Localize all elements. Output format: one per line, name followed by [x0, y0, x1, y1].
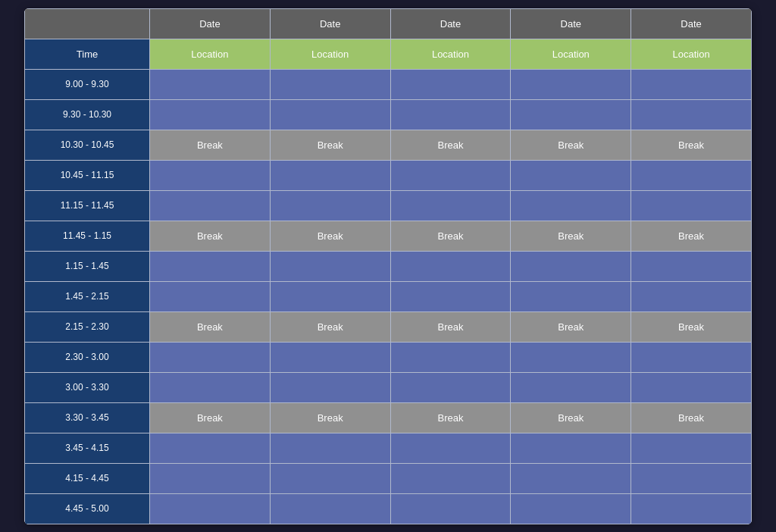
data-cell [511, 493, 631, 524]
location-col-1: Location [150, 39, 271, 69]
empty-header-cell [25, 8, 150, 39]
table-row: 4.45 - 5.00 [25, 493, 752, 524]
break-cell: Break [270, 402, 390, 433]
data-cell [150, 493, 271, 524]
break-cell: Break [390, 221, 511, 251]
table-row: 9.00 - 9.30 [25, 69, 752, 99]
data-cell [390, 463, 511, 493]
data-cell [511, 463, 631, 493]
data-cell [631, 190, 752, 221]
data-cell [390, 69, 511, 99]
time-cell: 9.00 - 9.30 [25, 69, 150, 99]
break-cell: Break [390, 130, 511, 160]
break-cell: Break [631, 221, 752, 251]
table-row: 10.45 - 11.15 [25, 160, 752, 190]
table-row: 2.30 - 3.00 [25, 342, 752, 372]
location-col-3: Location [390, 39, 511, 69]
time-cell: 3.30 - 3.45 [25, 402, 150, 433]
date-col-2: Date [270, 8, 390, 39]
date-col-1: Date [150, 8, 271, 39]
data-cell [631, 342, 752, 372]
data-cell [390, 281, 511, 311]
data-cell [150, 160, 271, 190]
data-cell [390, 190, 511, 221]
break-cell: Break [511, 130, 631, 160]
data-cell [270, 160, 390, 190]
break-cell: Break [150, 311, 271, 342]
time-cell: 4.15 - 4.45 [25, 463, 150, 493]
data-cell [631, 463, 752, 493]
break-cell: Break [270, 311, 390, 342]
data-cell [631, 69, 752, 99]
data-cell [511, 433, 631, 463]
table-row: 3.30 - 3.45BreakBreakBreakBreakBreak [25, 402, 752, 433]
break-cell: Break [390, 402, 511, 433]
date-header-row: Date Date Date Date Date [25, 8, 752, 39]
schedule-table: Date Date Date Date Date Time Location L… [24, 8, 752, 524]
break-cell: Break [270, 130, 390, 160]
data-cell [270, 99, 390, 130]
data-cell [390, 99, 511, 130]
time-cell: 1.45 - 2.15 [25, 281, 150, 311]
time-cell: 10.45 - 11.15 [25, 160, 150, 190]
table-row: 3.45 - 4.15 [25, 433, 752, 463]
data-cell [390, 251, 511, 281]
data-cell [511, 99, 631, 130]
data-cell [631, 493, 752, 524]
time-header: Time [25, 39, 150, 69]
break-cell: Break [631, 311, 752, 342]
data-cell [511, 69, 631, 99]
data-cell [390, 493, 511, 524]
break-cell: Break [511, 221, 631, 251]
data-cell [631, 372, 752, 402]
data-cell [150, 69, 271, 99]
table-row: 2.15 - 2.30BreakBreakBreakBreakBreak [25, 311, 752, 342]
data-cell [390, 342, 511, 372]
data-cell [270, 433, 390, 463]
time-cell: 10.30 - 10.45 [25, 130, 150, 160]
location-col-5: Location [631, 39, 752, 69]
data-cell [270, 342, 390, 372]
data-cell [270, 463, 390, 493]
break-cell: Break [150, 402, 271, 433]
table-row: 10.30 - 10.45BreakBreakBreakBreakBreak [25, 130, 752, 160]
time-cell: 4.45 - 5.00 [25, 493, 150, 524]
data-cell [150, 99, 271, 130]
data-cell [150, 342, 271, 372]
break-cell: Break [511, 402, 631, 433]
location-col-4: Location [511, 39, 631, 69]
data-cell [631, 251, 752, 281]
time-cell: 2.15 - 2.30 [25, 311, 150, 342]
data-cell [150, 251, 271, 281]
time-cell: 11.15 - 11.45 [25, 190, 150, 221]
data-cell [631, 433, 752, 463]
data-cell [511, 190, 631, 221]
table-row: 1.15 - 1.45 [25, 251, 752, 281]
break-cell: Break [631, 130, 752, 160]
time-cell: 1.15 - 1.45 [25, 251, 150, 281]
data-cell [150, 372, 271, 402]
data-cell [631, 99, 752, 130]
date-col-5: Date [631, 8, 752, 39]
data-cell [390, 372, 511, 402]
data-cell [390, 160, 511, 190]
table-row: 4.15 - 4.45 [25, 463, 752, 493]
break-cell: Break [390, 311, 511, 342]
break-cell: Break [150, 221, 271, 251]
data-cell [390, 433, 511, 463]
table-row: 11.45 - 1.15BreakBreakBreakBreakBreak [25, 221, 752, 251]
data-cell [150, 463, 271, 493]
location-header-row: Time Location Location Location Location… [25, 39, 752, 69]
time-cell: 3.00 - 3.30 [25, 372, 150, 402]
data-cell [270, 251, 390, 281]
data-cell [511, 160, 631, 190]
data-cell [511, 281, 631, 311]
time-cell: 11.45 - 1.15 [25, 221, 150, 251]
data-cell [150, 190, 271, 221]
time-cell: 2.30 - 3.00 [25, 342, 150, 372]
break-cell: Break [511, 311, 631, 342]
data-cell [511, 251, 631, 281]
data-cell [631, 160, 752, 190]
location-col-2: Location [270, 39, 390, 69]
table-row: 3.00 - 3.30 [25, 372, 752, 402]
